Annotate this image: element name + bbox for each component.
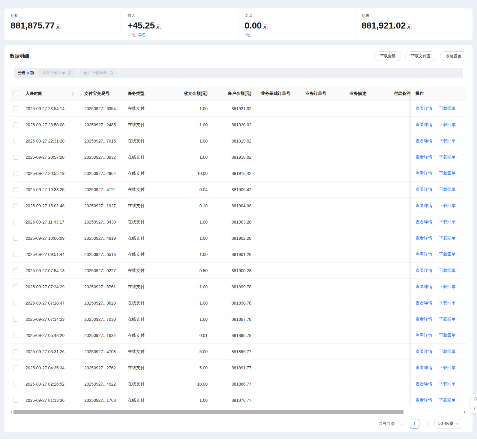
download-receipt-link[interactable]: 下载回单 — [439, 252, 456, 257]
row-checkbox[interactable] — [13, 187, 18, 192]
view-detail-link[interactable]: 查看详情 — [416, 252, 432, 257]
download-receipt-link[interactable]: 下载回单 — [439, 236, 456, 241]
cell-time: 2025-09-27 10:06:09 — [23, 236, 83, 241]
action-cell: 查看详情 下载回单 — [411, 246, 467, 263]
download-receipt-link[interactable]: 下载回单 — [439, 155, 456, 160]
cell-account-type: 在线支付 — [127, 171, 166, 176]
summary-unit: 元 — [406, 23, 412, 30]
action-cell: 查看详情 下载回单 — [411, 327, 467, 344]
download-zone-button[interactable]: 下载文件区 — [405, 51, 436, 61]
selection-summary: 已选 0 项 — [17, 70, 34, 76]
view-detail-link[interactable]: 查看详情 — [416, 219, 432, 225]
view-detail-link[interactable]: 查看详情 — [416, 236, 432, 241]
view-detail-link[interactable]: 查看详情 — [416, 138, 432, 144]
row-checkbox[interactable] — [13, 333, 18, 338]
scrollbar-thumb[interactable] — [14, 410, 404, 414]
view-detail-link[interactable]: 查看详情 — [416, 381, 432, 387]
row-checkbox[interactable] — [13, 220, 18, 224]
row-checkbox[interactable] — [13, 203, 18, 208]
download-receipt-link[interactable]: 下载回单 — [439, 365, 456, 371]
view-detail-link[interactable]: 查看详情 — [416, 268, 432, 273]
select-all-checkbox[interactable] — [13, 91, 18, 96]
view-detail-link[interactable]: 查看详情 — [416, 317, 432, 322]
view-detail-link[interactable]: 查看详情 — [416, 284, 432, 290]
cell-time: 2025-09-27 22:31:28 — [23, 139, 83, 143]
row-checkbox-cell — [10, 301, 23, 305]
download-all-button[interactable]: 下载全部 — [374, 51, 401, 61]
cell-transaction-id: 20250927...2762 — [83, 365, 127, 370]
income-detail-link[interactable]: 详细 — [137, 33, 145, 37]
view-detail-link[interactable]: 查看详情 — [416, 203, 432, 209]
page-size-select[interactable]: 50 条/页 — [434, 419, 462, 428]
sort-icon[interactable] — [71, 92, 74, 96]
download-receipt-link[interactable]: 下载回单 — [439, 268, 456, 273]
download-receipt-link[interactable]: 下载回单 — [439, 317, 456, 322]
row-checkbox[interactable] — [13, 252, 18, 257]
download-receipt-link[interactable]: 下载回单 — [439, 122, 456, 128]
cell-time: 2025-09-27 02:26:52 — [23, 382, 83, 386]
download-receipt-link[interactable]: 下载回单 — [439, 203, 456, 209]
table-row: 2025-09-27 02:26:52 20250927...4922 在线支付… — [10, 376, 467, 392]
cell-time: 2025-09-27 01:13:36 — [23, 398, 83, 403]
download-receipt-link[interactable]: 下载回单 — [439, 171, 456, 176]
action-cell: 查看详情 下载回单 — [411, 198, 467, 214]
row-checkbox[interactable] — [13, 236, 18, 241]
next-page-icon[interactable] — [425, 422, 428, 425]
download-receipt-link[interactable]: 下载回单 — [439, 284, 456, 290]
cell-amount: 5.00 — [166, 349, 211, 354]
selected-count: 0 — [27, 71, 29, 75]
cell-time: 2025-09-27 23:50:08 — [23, 122, 83, 127]
row-checkbox[interactable] — [13, 122, 18, 127]
cell-amount: 1.00 — [166, 398, 211, 403]
row-checkbox[interactable] — [13, 398, 18, 403]
download-receipt-link[interactable]: 下载回单 — [439, 187, 456, 192]
row-checkbox[interactable] — [13, 284, 18, 289]
cell-transaction-id: 20250927...1763 — [83, 398, 127, 403]
row-checkbox[interactable] — [13, 317, 18, 322]
download-receipt-link[interactable]: 下载回单 — [439, 106, 456, 111]
page-number-button[interactable]: 1 — [410, 419, 419, 428]
view-detail-link[interactable]: 查看详情 — [416, 365, 432, 371]
batch-download-button[interactable]: 批量下载回单 — [38, 69, 76, 77]
view-detail-link[interactable]: 查看详情 — [416, 333, 432, 338]
download-receipt-link[interactable]: 下载回单 — [439, 349, 456, 354]
cell-account-type: 在线支付 — [127, 268, 166, 273]
download-receipt-link[interactable]: 下载回单 — [439, 219, 456, 225]
download-receipt-link[interactable]: 下载回单 — [439, 398, 456, 403]
row-checkbox[interactable] — [13, 382, 18, 386]
scrollbar-right-arrow-icon[interactable] — [464, 411, 466, 414]
view-detail-link[interactable]: 查看详情 — [416, 300, 432, 306]
row-checkbox[interactable] — [13, 106, 18, 111]
view-detail-link[interactable]: 查看详情 — [416, 349, 432, 354]
row-checkbox[interactable] — [13, 171, 18, 176]
row-checkbox[interactable] — [13, 139, 18, 143]
view-detail-link[interactable]: 查看详情 — [416, 187, 432, 192]
row-checkbox[interactable] — [13, 301, 18, 305]
download-receipt-link[interactable]: 下载回单 — [439, 333, 456, 338]
cell-amount: 1.00 — [166, 122, 211, 127]
cell-account-type: 在线支付 — [127, 106, 166, 111]
view-detail-link[interactable]: 查看详情 — [416, 398, 432, 403]
view-detail-link[interactable]: 查看详情 — [416, 122, 432, 128]
prev-page-icon[interactable] — [400, 422, 404, 425]
cell-balance: 881899.78 — [211, 284, 256, 289]
summary-value: 0.00 — [244, 20, 262, 31]
row-checkbox[interactable] — [13, 155, 18, 160]
customer-service-icon[interactable] — [474, 406, 477, 410]
table-settings-button[interactable]: 表格设置 — [440, 51, 467, 61]
row-checkbox[interactable] — [13, 349, 18, 354]
merge-download-button[interactable]: 合并下载回单 — [79, 69, 117, 77]
cell-transaction-id: 20250927...0227 — [83, 268, 127, 273]
download-receipt-link[interactable]: 下载回单 — [439, 381, 456, 387]
download-receipt-link[interactable]: 下载回单 — [439, 138, 456, 144]
view-detail-link[interactable]: 查看详情 — [416, 155, 432, 160]
row-checkbox[interactable] — [13, 365, 18, 370]
cell-account-type: 在线支付 — [127, 398, 166, 403]
row-checkbox[interactable] — [13, 268, 18, 273]
table-row: 2025-09-27 05:48:20 20250927...1634 在线支付… — [10, 327, 467, 344]
history-clock-icon[interactable] — [474, 397, 477, 401]
view-detail-link[interactable]: 查看详情 — [416, 171, 432, 176]
download-receipt-link[interactable]: 下载回单 — [439, 300, 456, 306]
scrollbar-left-arrow-icon[interactable] — [10, 411, 12, 414]
view-detail-link[interactable]: 查看详情 — [416, 106, 432, 111]
